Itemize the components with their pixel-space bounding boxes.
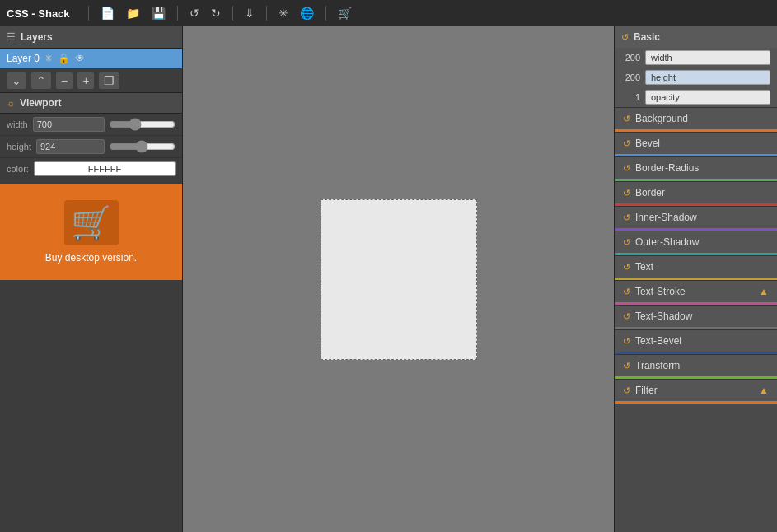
layer-eye-icon[interactable]: 👁 [75,53,85,64]
buy-text: Buy desktop version. [45,252,137,264]
prop-reset-icon-5[interactable]: ↺ [623,237,630,248]
basic-height-input[interactable] [645,70,770,85]
basic-reset-icon[interactable]: ↺ [621,32,629,43]
prop-header-text-shadow[interactable]: ↺Text-Shadow [615,306,777,327]
prop-section-text-stroke: ↺Text-Stroke▲ [615,281,777,306]
toolbar-sep-1 [88,6,89,21]
viewport-height-row: height [0,136,182,158]
layer-asterisk-icon[interactable]: ✳ [44,53,53,64]
globe-icon[interactable]: 🌐 [298,5,316,21]
basic-opacity-value: 1 [621,92,640,102]
buy-cart-icon: 🛒 [71,204,112,240]
viewport-height-input[interactable] [36,139,105,154]
viewport-icon: ☼ [7,98,15,108]
prop-title-11: Filter [635,385,754,396]
prop-reset-icon-3[interactable]: ↺ [623,188,630,198]
prop-header-border-radius[interactable]: ↺Border-Radius [615,157,777,179]
prop-title-8: Text-Shadow [635,310,769,322]
prop-reset-icon-8[interactable]: ↺ [623,311,630,322]
prop-section-filter: ↺Filter▲ [615,380,777,404]
prop-title-6: Text [635,261,769,273]
prop-title-7: Text-Stroke [635,286,754,297]
prop-bar-11 [615,401,777,404]
prop-warn-icon-11: ▲ [759,385,769,396]
prop-reset-icon-0[interactable]: ↺ [623,114,630,124]
layer-lock-icon[interactable]: 🔒 [58,53,70,64]
export-icon[interactable]: ⇓ [243,5,256,21]
prop-section-bevel: ↺Bevel [615,133,777,157]
prop-reset-icon-7[interactable]: ↺ [623,287,630,297]
prop-header-transform[interactable]: ↺Transform [615,355,777,376]
basic-header: ↺ Basic [615,26,777,48]
basic-title: Basic [634,31,660,43]
viewport-color-swatch[interactable]: FFFFFF [34,161,176,176]
prop-header-filter[interactable]: ↺Filter▲ [615,380,777,401]
prop-header-inner-shadow[interactable]: ↺Inner-Shadow [615,207,777,228]
basic-opacity-row: 1 [615,87,777,107]
prop-header-bevel[interactable]: ↺Bevel [615,133,777,154]
viewport-width-row: width [0,114,182,136]
layer-0-item[interactable]: Layer 0 ✳ 🔒 👁 [0,49,182,69]
prop-section-outer-shadow: ↺Outer-Shadow [615,231,777,256]
prop-bar-6 [615,278,777,280]
prop-warn-icon-7: ▲ [759,286,769,297]
basic-opacity-input[interactable] [645,90,770,105]
app-title: CSS - Shack [7,7,70,20]
viewport-height-slider[interactable] [110,140,176,153]
viewport-color-row: color: FFFFFF [0,158,182,180]
layer-up-button[interactable]: ⌃ [31,72,51,89]
prop-bar-5 [615,253,777,255]
prop-section-text-shadow: ↺Text-Shadow [615,306,777,330]
file-icon[interactable]: 📄 [99,5,116,21]
viewport-width-input[interactable] [33,117,105,132]
viewport-color-label: color: [7,164,29,174]
prop-header-outer-shadow[interactable]: ↺Outer-Shadow [615,231,777,253]
layer-add-button[interactable]: + [77,72,94,89]
prop-header-background[interactable]: ↺Background [615,108,777,129]
prop-header-text[interactable]: ↺Text [615,256,777,278]
prop-reset-icon-9[interactable]: ↺ [623,336,630,347]
prop-title-3: Border [635,187,769,198]
toolbar-sep-4 [266,6,267,21]
prop-reset-icon-4[interactable]: ↺ [623,212,630,223]
prop-reset-icon-11[interactable]: ↺ [623,385,630,396]
layer-remove-button[interactable]: − [56,72,73,89]
titlebar: CSS - Shack 📄 📁 💾 ↺ ↻ ⇓ ✳ 🌐 🛒 [0,0,777,26]
save-icon[interactable]: 💾 [150,5,167,21]
left-panel: ☰ Layers Layer 0 ✳ 🔒 👁 ⌄ ⌃ − + ❐ ☼ Viewp… [0,26,183,532]
prop-title-0: Background [635,113,769,124]
prop-header-text-stroke[interactable]: ↺Text-Stroke▲ [615,281,777,302]
prop-section-border-radius: ↺Border-Radius [615,157,777,182]
toolbar-sep-5 [325,6,326,21]
cart-icon[interactable]: 🛒 [336,5,353,21]
layer-copy-button[interactable]: ❐ [99,72,119,89]
prop-header-border[interactable]: ↺Border [615,182,777,203]
prop-bar-4 [615,228,777,231]
prop-reset-icon-6[interactable]: ↺ [623,262,630,273]
prop-reset-icon-2[interactable]: ↺ [623,163,630,174]
layer-down-button[interactable]: ⌄ [7,72,26,89]
asterisk-icon[interactable]: ✳ [277,5,290,21]
redo-icon[interactable]: ↻ [209,5,222,21]
basic-width-input[interactable] [645,50,770,65]
prop-bar-3 [615,203,777,206]
layer-toolbar: ⌄ ⌃ − + ❐ [0,69,182,93]
viewport-height-label: height [7,142,31,152]
prop-bar-2 [615,179,777,181]
prop-title-2: Border-Radius [635,162,769,174]
buy-desktop-banner[interactable]: 🛒 Buy desktop version. [0,184,182,280]
prop-reset-icon-10[interactable]: ↺ [623,361,630,371]
prop-section-border: ↺Border [615,182,777,207]
prop-section-transform: ↺Transform [615,355,777,380]
prop-title-4: Inner-Shadow [635,212,769,223]
prop-header-text-bevel[interactable]: ↺Text-Bevel [615,330,777,352]
prop-section-background: ↺Background [615,108,777,133]
folder-icon[interactable]: 📁 [124,5,142,21]
undo-icon[interactable]: ↺ [188,5,201,21]
prop-reset-icon-1[interactable]: ↺ [623,138,630,149]
viewport-header: ☼ Viewport [0,93,182,114]
prop-section-text: ↺Text [615,256,777,281]
viewport-width-slider[interactable] [110,118,176,131]
prop-bar-9 [615,352,777,354]
app-layout: ☰ Layers Layer 0 ✳ 🔒 👁 ⌄ ⌃ − + ❐ ☼ Viewp… [0,26,777,532]
